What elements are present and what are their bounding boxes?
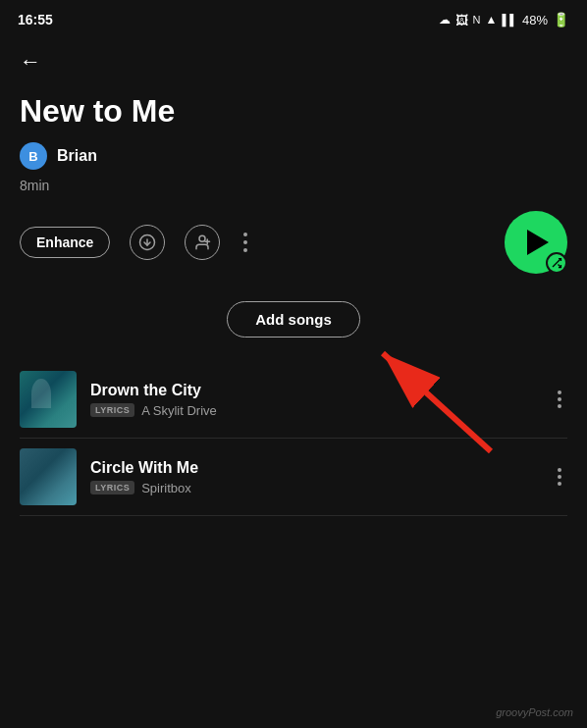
song-info-2: Circle With Me LYRICS Spiritbox bbox=[90, 459, 538, 495]
song-meta-1: LYRICS A Skylit Drive bbox=[90, 403, 538, 418]
watermark: groovyPost.com bbox=[496, 706, 573, 718]
more-options-button[interactable] bbox=[240, 229, 251, 256]
song-meta-2: LYRICS Spiritbox bbox=[90, 481, 538, 495]
shuffle-icon bbox=[551, 257, 562, 269]
user-avatar: B bbox=[20, 142, 47, 170]
download-button[interactable] bbox=[130, 225, 165, 260]
more-dot-3 bbox=[243, 248, 247, 252]
add-songs-button[interactable]: Add songs bbox=[227, 301, 360, 338]
song-title-1: Drown the City bbox=[90, 382, 538, 399]
status-time: 16:55 bbox=[18, 12, 53, 27]
add-friend-button[interactable] bbox=[185, 225, 220, 260]
battery-text: 48% bbox=[522, 13, 548, 27]
song-more-dot-5 bbox=[558, 475, 561, 479]
user-initial: B bbox=[28, 149, 37, 164]
enhance-button[interactable]: Enhance bbox=[20, 227, 110, 258]
battery-icon: 🔋 bbox=[553, 12, 569, 27]
song-row[interactable]: Circle With Me LYRICS Spiritbox bbox=[20, 439, 567, 516]
song-list: Drown the City LYRICS A Skylit Drive Cir… bbox=[20, 361, 567, 516]
song-art-1 bbox=[20, 371, 77, 428]
play-button-wrap bbox=[505, 211, 567, 274]
more-dot-1 bbox=[243, 233, 247, 236]
song-artist-2: Spiritbox bbox=[141, 481, 191, 495]
status-bar: 16:55 ☁ 🖼 N ▲ ▌▌ 48% 🔋 bbox=[0, 0, 587, 35]
cloud-icon: ☁ bbox=[439, 13, 451, 26]
song-more-dot-6 bbox=[558, 482, 561, 486]
song-more-button-1[interactable] bbox=[552, 387, 567, 412]
song-info-1: Drown the City LYRICS A Skylit Drive bbox=[90, 382, 538, 418]
controls-row: Enhance bbox=[20, 211, 567, 274]
song-thumbnail-1 bbox=[20, 371, 77, 428]
download-icon bbox=[138, 234, 156, 251]
status-icons: ☁ 🖼 N ▲ ▌▌ 48% 🔋 bbox=[439, 12, 569, 27]
image-icon: 🖼 bbox=[455, 13, 468, 27]
add-songs-row: Add songs bbox=[20, 301, 567, 338]
add-person-icon bbox=[193, 234, 211, 251]
song-more-dot-2 bbox=[558, 397, 561, 401]
lyrics-badge-2: LYRICS bbox=[90, 481, 134, 494]
nfc-icon: N bbox=[473, 14, 481, 26]
main-content: New to Me B Brian 8min Enhance bbox=[0, 84, 587, 516]
song-more-dot-3 bbox=[558, 404, 561, 408]
user-name: Brian bbox=[57, 147, 97, 165]
song-art-2 bbox=[20, 448, 77, 505]
song-thumbnail-2 bbox=[20, 448, 77, 505]
back-button[interactable]: ← bbox=[0, 35, 587, 84]
more-dot-2 bbox=[243, 240, 247, 244]
play-icon bbox=[527, 230, 549, 255]
shuffle-badge bbox=[546, 252, 567, 274]
signal-icon: ▌▌ bbox=[502, 14, 517, 26]
song-more-dot-1 bbox=[558, 390, 561, 394]
song-more-button-2[interactable] bbox=[552, 464, 567, 490]
song-title-2: Circle With Me bbox=[90, 459, 538, 477]
playlist-duration: 8min bbox=[20, 178, 567, 193]
song-row[interactable]: Drown the City LYRICS A Skylit Drive bbox=[20, 361, 567, 439]
svg-point-2 bbox=[199, 235, 205, 241]
lyrics-badge-1: LYRICS bbox=[90, 403, 134, 417]
song-more-dot-4 bbox=[558, 468, 561, 472]
playlist-title: New to Me bbox=[20, 94, 567, 129]
song-artist-1: A Skylit Drive bbox=[141, 403, 217, 418]
wifi-icon: ▲ bbox=[485, 13, 497, 26]
user-row: B Brian bbox=[20, 142, 567, 170]
back-arrow-icon: ← bbox=[20, 49, 41, 75]
